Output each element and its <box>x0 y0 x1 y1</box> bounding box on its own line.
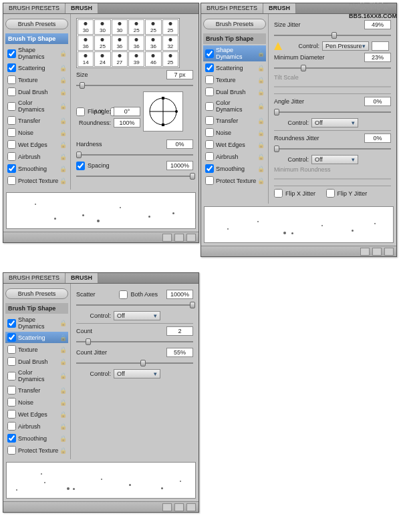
opt-protect-texture[interactable]: Protect Texture🔒 <box>5 445 68 456</box>
opt-noise[interactable]: Noise🔒 <box>5 127 68 138</box>
control-dropdown[interactable]: Off▾ <box>311 118 358 127</box>
size-jitter-slider[interactable] <box>274 31 391 39</box>
opt-shape-dynamics[interactable]: Shape Dynamics🔒 <box>203 45 266 61</box>
opt-texture[interactable]: Texture🔒 <box>5 344 68 355</box>
opt-shape-dynamics[interactable]: Shape Dynamics🔒 <box>5 45 68 61</box>
chk-tex[interactable] <box>7 345 16 354</box>
control-dropdown[interactable]: Off▾ <box>114 311 160 320</box>
opt-noise[interactable]: Noise🔒 <box>5 396 68 408</box>
chk-color[interactable] <box>205 102 214 111</box>
trash-icon[interactable] <box>186 234 196 242</box>
brush-presets-button[interactable]: Brush Presets <box>5 19 68 29</box>
chk-both-axes[interactable] <box>119 290 128 299</box>
opt-smoothing[interactable]: Smoothing🔒 <box>203 163 266 174</box>
tab-brush[interactable]: BRUSH <box>263 3 296 13</box>
chk-color[interactable] <box>7 102 16 111</box>
chk-transfer[interactable] <box>7 116 16 125</box>
brush-swatch[interactable]: 25 <box>162 19 178 35</box>
control-dropdown[interactable]: Pen Pressure▾ <box>322 41 369 51</box>
brush-swatch[interactable]: 36 <box>145 35 161 51</box>
opt-wet-edges[interactable]: Wet Edges🔒 <box>203 139 266 150</box>
size-input[interactable] <box>166 70 193 79</box>
opt-airbrush[interactable]: Airbrush🔒 <box>5 151 68 162</box>
count-input[interactable] <box>166 326 193 336</box>
chk-dual[interactable] <box>7 87 16 96</box>
brush-swatch[interactable]: 25 <box>128 19 144 35</box>
brush-swatch[interactable]: 36 <box>128 35 144 51</box>
opt-transfer[interactable]: Transfer🔒 <box>203 115 266 126</box>
opt-dual-brush[interactable]: Dual Brush🔒 <box>5 86 68 97</box>
chk-flipx-jitter[interactable] <box>274 189 283 198</box>
opt-scattering[interactable]: Scattering🔒 <box>203 62 266 73</box>
trash-icon[interactable] <box>384 248 394 256</box>
opt-airbrush[interactable]: Airbrush🔒 <box>5 421 68 432</box>
angle-input[interactable] <box>114 107 140 116</box>
chk-shape[interactable] <box>205 49 214 58</box>
brush-picker-grid[interactable]: 303030252525 362536363632 142427394625 <box>76 18 180 68</box>
count-jitter-input[interactable] <box>166 348 193 357</box>
brush-swatch[interactable]: 24 <box>94 51 110 67</box>
count-slider[interactable] <box>76 338 193 346</box>
size-jitter-input[interactable] <box>364 20 391 29</box>
angle-widget[interactable] <box>143 91 183 131</box>
opt-dual-brush[interactable]: Dual Brush🔒 <box>203 86 266 97</box>
opt-dual-brush[interactable]: Dual Brush🔒 <box>5 356 68 367</box>
opt-noise[interactable]: Noise🔒 <box>203 127 266 138</box>
control-value[interactable] <box>372 41 389 51</box>
chk-scatter[interactable] <box>205 63 214 72</box>
min-diameter-input[interactable] <box>364 53 391 62</box>
tab-presets[interactable]: BRUSH PRESETS <box>3 3 65 13</box>
opt-scattering[interactable]: Scattering🔒 <box>5 62 68 73</box>
chk-transfer[interactable] <box>7 386 16 394</box>
chk-shape[interactable] <box>7 319 16 328</box>
chk-air[interactable] <box>205 152 214 161</box>
chk-wet[interactable] <box>205 140 214 149</box>
chk-spacing[interactable] <box>76 162 85 170</box>
opt-shape-dynamics[interactable]: Shape Dynamics🔒 <box>5 315 68 331</box>
brush-presets-button[interactable]: Brush Presets <box>203 19 266 29</box>
toggle-preview-icon[interactable] <box>360 248 370 256</box>
brush-presets-button[interactable]: Brush Presets <box>5 288 68 299</box>
chk-protect[interactable] <box>7 176 16 185</box>
chk-flipy-jitter[interactable] <box>326 189 335 198</box>
chk-transfer[interactable] <box>205 116 214 125</box>
chk-smooth[interactable] <box>205 164 214 173</box>
chk-smooth[interactable] <box>7 164 16 173</box>
chk-shape[interactable] <box>7 49 16 58</box>
brush-swatch[interactable]: 27 <box>112 51 128 67</box>
hardness-slider[interactable] <box>76 151 193 159</box>
toggle-preview-icon[interactable] <box>162 234 172 242</box>
chk-scatter[interactable] <box>7 333 16 342</box>
chk-dual[interactable] <box>205 87 214 96</box>
brush-swatch[interactable]: 46 <box>145 51 161 67</box>
chk-tex[interactable] <box>7 75 16 84</box>
opt-transfer[interactable]: Transfer🔒 <box>5 384 68 396</box>
brush-swatch[interactable]: 30 <box>94 19 110 35</box>
opt-brush-tip[interactable]: Brush Tip Shape <box>203 33 266 44</box>
opt-smoothing[interactable]: Smoothing🔒 <box>5 433 68 444</box>
trash-icon[interactable] <box>186 503 196 511</box>
brush-swatch[interactable]: 25 <box>162 51 178 67</box>
min-diameter-slider[interactable] <box>274 64 391 72</box>
opt-protect-texture[interactable]: Protect Texture🔒 <box>203 175 266 186</box>
opt-scattering[interactable]: Scattering🔒 <box>5 332 68 343</box>
new-preset-icon[interactable] <box>372 248 382 256</box>
chk-dual[interactable] <box>7 357 16 366</box>
hardness-input[interactable] <box>166 140 193 149</box>
chk-wet[interactable] <box>7 140 16 149</box>
brush-swatch[interactable]: 30 <box>112 19 128 35</box>
chk-air[interactable] <box>7 152 16 161</box>
chk-scatter[interactable] <box>7 63 16 72</box>
spacing-input[interactable] <box>166 161 193 170</box>
tab-brush[interactable]: BRUSH <box>65 273 98 283</box>
opt-protect-texture[interactable]: Protect Texture🔒 <box>5 175 68 186</box>
chk-wet[interactable] <box>7 410 16 419</box>
tab-presets[interactable]: BRUSH PRESETS <box>3 273 65 283</box>
roundness-jitter-input[interactable] <box>364 134 391 143</box>
opt-color-dynamics[interactable]: Color Dynamics🔒 <box>5 368 68 384</box>
count-jitter-slider[interactable] <box>76 359 193 367</box>
opt-wet-edges[interactable]: Wet Edges🔒 <box>5 409 68 420</box>
size-slider[interactable] <box>76 81 193 89</box>
spacing-slider[interactable] <box>76 172 193 180</box>
brush-swatch[interactable]: 30 <box>78 19 94 35</box>
